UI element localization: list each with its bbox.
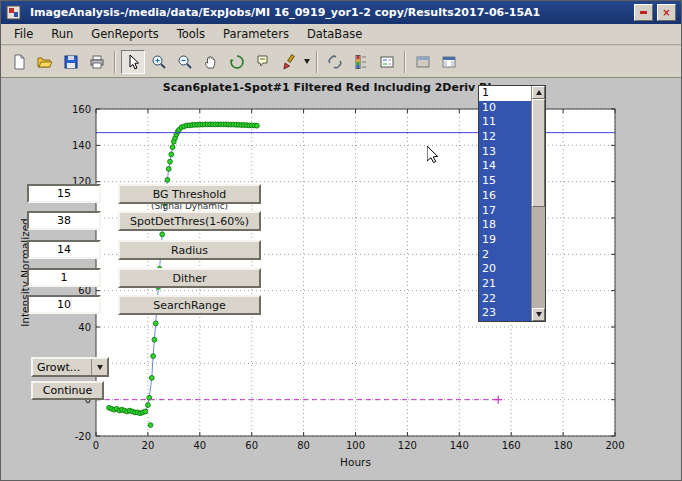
list-item-1[interactable]: 1 — [479, 86, 531, 101]
svg-text:140: 140 — [450, 440, 469, 451]
new-figure-icon[interactable] — [7, 50, 31, 74]
print-figure-icon[interactable] — [85, 50, 109, 74]
svg-text:100: 100 — [346, 440, 365, 451]
zoom-in-icon[interactable] — [147, 50, 171, 74]
x-axis-label: Hours — [340, 456, 371, 468]
link-data-icon[interactable] — [323, 50, 347, 74]
svg-text:60: 60 — [245, 440, 258, 451]
insert-colorbar-icon[interactable] — [349, 50, 373, 74]
svg-text:160: 160 — [72, 104, 91, 115]
list-item-2[interactable]: 2 — [479, 248, 531, 263]
rotate-3d-icon[interactable] — [225, 50, 249, 74]
svg-text:0: 0 — [93, 440, 99, 451]
param-button-bg-threshold[interactable]: BG Threshold — [118, 184, 261, 204]
svg-text:200: 200 — [605, 440, 624, 451]
plot-canvas[interactable]: 020406080100120140160180200-200204060801… — [1, 78, 682, 481]
brush-icon[interactable] — [277, 50, 301, 74]
app-window: ImageAnalysis-/media/data/ExpJobs/MI 16_… — [0, 0, 682, 481]
brush-menu-caret-icon[interactable] — [302, 51, 312, 73]
scrollbar-track[interactable] — [532, 99, 545, 308]
param-input-spot-det-thres[interactable] — [27, 211, 101, 230]
list-item-21[interactable]: 21 — [479, 277, 531, 292]
list-item-20[interactable]: 20 — [479, 262, 531, 277]
list-item-15[interactable]: 15 — [479, 174, 531, 189]
menu-item-tools[interactable]: Tools — [168, 24, 214, 44]
toolbar-separator — [404, 51, 406, 73]
param-input-dither[interactable] — [27, 268, 101, 287]
listbox-items: 110111213141516171819220212223 — [479, 86, 531, 321]
zoom-out-icon[interactable] — [173, 50, 197, 74]
menu-item-run[interactable]: Run — [42, 24, 82, 44]
growth-dropdown-value: Growt... — [33, 361, 91, 374]
listbox-scrollbar[interactable] — [531, 86, 545, 321]
toolbar-separator — [114, 51, 116, 73]
save-figure-icon[interactable] — [59, 50, 83, 74]
toolbar-separator — [316, 51, 318, 73]
list-item-22[interactable]: 22 — [479, 292, 531, 307]
insert-legend-icon[interactable] — [375, 50, 399, 74]
svg-text:140: 140 — [72, 140, 91, 151]
svg-text:40: 40 — [193, 440, 206, 451]
close-icon: × — [662, 6, 670, 19]
list-item-13[interactable]: 13 — [479, 145, 531, 160]
list-item-10[interactable]: 10 — [479, 101, 531, 116]
spot-listbox: 110111213141516171819220212223 — [478, 85, 546, 322]
list-item-12[interactable]: 12 — [479, 130, 531, 145]
svg-text:120: 120 — [398, 440, 417, 451]
menu-item-genreports[interactable]: GenReports — [82, 24, 167, 44]
param-button-spot-det-thres[interactable]: SpotDetThres(1-60%) — [118, 211, 261, 231]
scrollbar-thumb[interactable] — [532, 99, 545, 207]
continue-button[interactable]: Continue — [31, 381, 104, 400]
scroll-down-icon[interactable] — [532, 308, 545, 321]
svg-text:80: 80 — [297, 440, 310, 451]
mouse-cursor — [427, 146, 441, 166]
open-file-icon[interactable] — [33, 50, 57, 74]
title-bar: ImageAnalysis-/media/data/ExpJobs/MI 16_… — [1, 1, 681, 24]
svg-text:160: 160 — [502, 440, 521, 451]
chevron-down-icon[interactable] — [91, 359, 107, 375]
scroll-up-icon[interactable] — [532, 86, 545, 99]
close-button[interactable]: × — [657, 4, 676, 21]
list-item-23[interactable]: 23 — [479, 306, 531, 321]
list-item-14[interactable]: 14 — [479, 159, 531, 174]
svg-text:20: 20 — [142, 440, 155, 451]
menu-item-file[interactable]: File — [5, 24, 42, 44]
menu-item-database[interactable]: DataBase — [298, 24, 371, 44]
list-item-18[interactable]: 18 — [479, 218, 531, 233]
menu-bar: FileRunGenReportsToolsParametersDataBase — [1, 24, 681, 45]
list-item-19[interactable]: 19 — [479, 233, 531, 248]
window-title: ImageAnalysis-/media/data/ExpJobs/MI 16_… — [30, 6, 630, 19]
pan-icon[interactable] — [199, 50, 223, 74]
param-button-search-range[interactable]: SearchRange — [118, 295, 261, 315]
data-cursor-icon[interactable] — [251, 50, 275, 74]
list-item-16[interactable]: 16 — [479, 189, 531, 204]
plot-title: Scan6plate1-Spot#1 Filtered Red Includin… — [163, 81, 492, 94]
pointer-icon[interactable] — [121, 50, 145, 74]
param-input-radius[interactable] — [27, 240, 101, 259]
menu-item-parameters[interactable]: Parameters — [214, 24, 298, 44]
toolbar — [1, 46, 681, 78]
svg-text:40: 40 — [78, 322, 91, 333]
param-input-bg-threshold[interactable] — [27, 184, 101, 203]
svg-text:-20: -20 — [75, 431, 91, 442]
param-button-dither[interactable]: Dither — [118, 268, 261, 288]
list-item-11[interactable]: 11 — [479, 115, 531, 130]
svg-text:180: 180 — [554, 440, 573, 451]
figure-area: 020406080100120140160180200-200204060801… — [1, 78, 682, 481]
list-item-17[interactable]: 17 — [479, 204, 531, 219]
shade-button[interactable] — [634, 4, 653, 21]
shade-icon — [640, 11, 647, 14]
hide-plot-tools-icon[interactable] — [411, 50, 435, 74]
param-button-radius[interactable]: Radius — [118, 240, 261, 260]
app-icon — [6, 5, 21, 20]
param-input-search-range[interactable] — [27, 295, 101, 314]
show-plot-tools-icon[interactable] — [437, 50, 461, 74]
growth-dropdown[interactable]: Growt... — [31, 357, 109, 377]
